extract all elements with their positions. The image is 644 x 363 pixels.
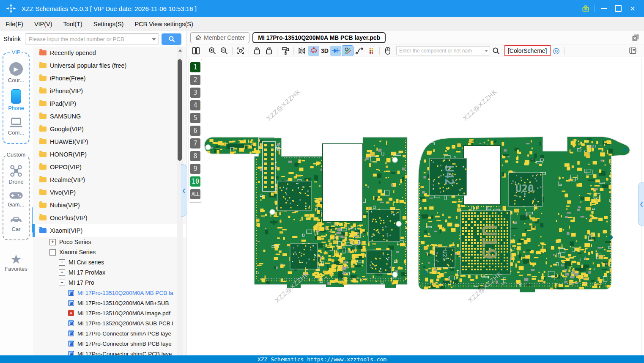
- folder-icon: [39, 165, 47, 170]
- tree-item-mi-17-pro[interactable]: −MI 17 Pro: [33, 278, 186, 288]
- minimize-button[interactable]: [597, 2, 611, 15]
- tree-item-mi-17pro-13510q200m0a-image-pdf[interactable]: AMI 17Pro-13510Q200M0A image.pdf: [33, 308, 186, 318]
- sidebar-item-computer[interactable]: Com...: [8, 117, 24, 136]
- chevron-down-icon[interactable]: [485, 50, 488, 52]
- tree-item-mi-17-promax[interactable]: +MI 17 ProMax: [33, 267, 186, 278]
- layer-button-1[interactable]: 1: [190, 62, 200, 72]
- color-dots-grid-icon[interactable]: [366, 46, 377, 56]
- close-document-icon[interactable]: [631, 33, 640, 42]
- layer-button-all[interactable]: ALL: [190, 189, 200, 199]
- tree-item-google-vip[interactable]: Google(VIP): [33, 123, 186, 135]
- tree-item-huawei-vip[interactable]: HUAWEI(VIP): [33, 135, 186, 148]
- pcb-canvas[interactable]: 12345678910ALL U42U20U19U21U27XZZ@XZZHKX…: [186, 58, 641, 355]
- right-panel-toggle-icon[interactable]: [627, 46, 638, 56]
- sidebar-item-phone[interactable]: Phone: [8, 89, 24, 111]
- tree-item-recently-opened[interactable]: Recently opened: [33, 47, 186, 59]
- tree-item-label: MI 17Pro-13520Q200M0A SUB PCB l: [77, 320, 173, 327]
- highlight-lamp-icon[interactable]: [308, 46, 319, 56]
- tree-item-universal-popular-files-free[interactable]: Universal popular files (free): [33, 59, 186, 72]
- sidebar-item-drone[interactable]: Drone: [8, 165, 23, 185]
- layer-button-5[interactable]: 5: [190, 113, 200, 123]
- model-search-input[interactable]: [25, 33, 159, 44]
- eye-visibility-icon[interactable]: ◎: [551, 46, 562, 56]
- tree-item-mi-17pro-connector-shima-pcb-laye[interactable]: MI 17Pro-Connector shimA PCB laye: [33, 328, 186, 338]
- layer-button-4[interactable]: 4: [190, 100, 200, 110]
- member-center-button[interactable]: Member Center: [190, 32, 249, 43]
- net-search-icon[interactable]: [491, 46, 501, 56]
- expand-right-panel-handle[interactable]: ❮: [638, 182, 644, 226]
- sidebar-item-course[interactable]: ▶ Cour...: [8, 62, 24, 83]
- sidebar-item-car[interactable]: Car: [9, 214, 23, 232]
- tree-item-mi-17pro-13510q200m0a-mb-pcb-la[interactable]: MI 17Pro-13510Q200M0A MB PCB la: [33, 288, 186, 298]
- split-view-icon[interactable]: [190, 46, 201, 56]
- layer-button-3[interactable]: 3: [190, 88, 200, 98]
- sidebar-item-game[interactable]: Gam...: [8, 191, 24, 208]
- sidebar-item-favorites[interactable]: ★ Favorites: [0, 253, 32, 272]
- tree-item-ipad-vip[interactable]: iPad(VIP): [33, 97, 186, 110]
- tree-item-mi-17pro-connector-shimb-pcb-laye[interactable]: MI 17Pro-Connector shimB PCB laye: [33, 338, 186, 349]
- menu-item-tool-t[interactable]: Tool(T): [58, 17, 88, 31]
- custom-group-label: Custom: [5, 151, 27, 158]
- layer-button-2[interactable]: 2: [190, 75, 200, 85]
- layer-button-7[interactable]: 7: [190, 138, 200, 148]
- layer-button-10[interactable]: 10: [190, 176, 200, 187]
- footer-link[interactable]: XZZ Schematics https://www.xzztools.com: [258, 356, 386, 363]
- fit-rotate-screen-icon[interactable]: [235, 46, 246, 56]
- tree-item-poco-series[interactable]: +Poco Series: [33, 237, 186, 247]
- tree-item-label: Xiaomi(VIP): [50, 227, 82, 234]
- shrink-button[interactable]: Shrink: [3, 36, 21, 42]
- collapse-tree-handle[interactable]: ❮: [181, 164, 187, 217]
- maximize-button[interactable]: [611, 2, 625, 15]
- ic-label-u42: U42: [443, 165, 455, 185]
- ic-label-u19: U19: [478, 225, 501, 260]
- tree-item-xiaomi-vip[interactable]: Xiaomi(VIP): [33, 224, 186, 237]
- menu-item-settings-s[interactable]: Settings(S): [88, 17, 129, 31]
- tree-scrollbar-thumb[interactable]: [178, 59, 182, 161]
- zoom-in-icon[interactable]: [207, 46, 218, 56]
- tree-item-label: Poco Series: [59, 239, 91, 245]
- tree-item-iphone-free[interactable]: iPhone(Free): [33, 72, 186, 85]
- layer-button-8[interactable]: 8: [190, 151, 200, 161]
- tree-item-mi-17pro-13520q200m0a-sub-pcb-l[interactable]: MI 17Pro-13520Q200M0A SUB PCB l: [33, 318, 186, 328]
- view-3d-button[interactable]: 3D: [320, 47, 330, 54]
- paint-roller-icon[interactable]: [280, 46, 291, 56]
- tree-item-oneplus-vip[interactable]: OnePlus(VIP): [33, 212, 186, 224]
- color-scheme-button[interactable]: [ColorScheme]: [504, 45, 551, 56]
- measure-tool-icon[interactable]: [342, 46, 353, 56]
- folder-icon: [39, 215, 47, 220]
- rotate-left-icon[interactable]: [252, 46, 263, 56]
- layer-button-6[interactable]: 6: [190, 126, 200, 136]
- close-button[interactable]: ×: [625, 2, 640, 15]
- curve-wire-icon[interactable]: [354, 46, 365, 56]
- tree-item-honor-vip[interactable]: HONOR(VIP): [33, 148, 186, 161]
- mouse-settings-icon[interactable]: [382, 46, 393, 56]
- license-briefcase-icon[interactable]: [578, 2, 593, 15]
- tree-item-realme-vip[interactable]: Realme(VIP): [33, 173, 186, 186]
- tree-item-samsung[interactable]: SAMSUNG: [33, 110, 186, 123]
- chevron-down-icon[interactable]: [152, 38, 156, 41]
- zoom-out-icon[interactable]: [219, 46, 230, 56]
- tree-item-mi-civi-series[interactable]: +MI Civi series: [33, 257, 186, 267]
- menu-item-vip-v[interactable]: VIP(V): [29, 17, 58, 31]
- scroll-up-icon[interactable]: [178, 49, 182, 52]
- tree-item-mi-17pro-connector-shimc-pcb-laye[interactable]: MI 17Pro-Connector shimC PCB laye: [33, 349, 186, 355]
- tree-item-vivo-vip[interactable]: Vivo(VIP): [33, 186, 186, 199]
- computer-icon: [9, 117, 23, 128]
- tree-item-mi-17pro-13510q200m0a-mb-sub[interactable]: MI 17Pro-13510Q200M0A MB+SUB: [33, 298, 186, 308]
- rotate-right-icon[interactable]: [263, 46, 274, 56]
- tree-item-iphone-vip[interactable]: iPhone(VIP): [33, 85, 186, 97]
- tree-item-label: MI 17Pro-13510Q200M0A MB+SUB: [77, 300, 169, 306]
- pcb-board-view[interactable]: U42U20U19U21U27XZZ@XZZHKXZZ@XZZHKXZZ@XZZ…: [186, 58, 641, 355]
- document-tab[interactable]: MI 17Pro-13510Q200M0A MB PCB layer.pcb: [252, 32, 386, 43]
- layer-button-9[interactable]: 9: [190, 164, 200, 174]
- tree-item-nubia-vip[interactable]: Nubia(VIP): [33, 199, 186, 212]
- net-search-input[interactable]: [396, 46, 490, 55]
- tree-item-xiaomi-series[interactable]: −Xiaomi Series: [33, 247, 186, 257]
- menu-item-pcb-view-settings-s[interactable]: PCB View settings(S): [129, 17, 198, 31]
- menu-item-file-f[interactable]: File(F): [0, 17, 29, 31]
- search-button[interactable]: [162, 33, 181, 45]
- model-search-row: Shrink: [0, 31, 186, 47]
- mirror-flip-icon[interactable]: [296, 46, 307, 56]
- tree-item-oppo-vip[interactable]: OPPO(VIP): [33, 161, 186, 173]
- diode-direction-icon[interactable]: [330, 46, 341, 56]
